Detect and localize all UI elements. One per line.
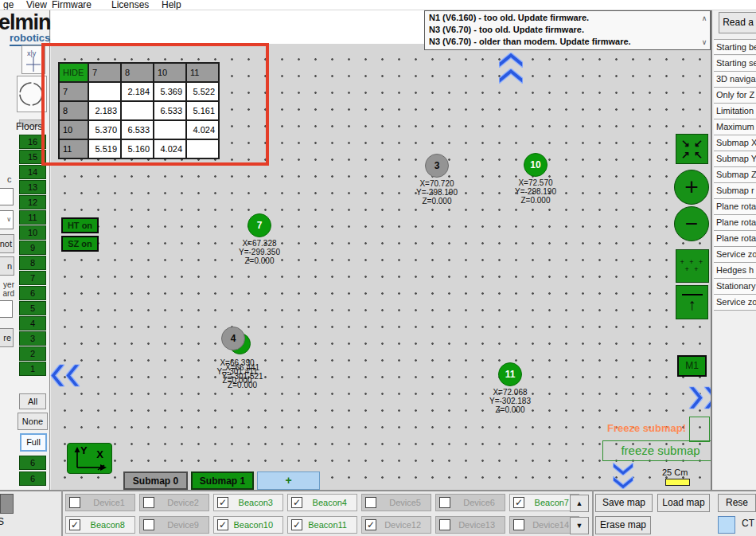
param-row-service-zone-a[interactable]: Service zo bbox=[714, 247, 756, 263]
checkbox[interactable] bbox=[143, 497, 154, 508]
param-row-limitation[interactable]: Limitation bbox=[714, 104, 756, 119]
reset-button[interactable]: Rese bbox=[718, 494, 756, 512]
device-item-beacon8[interactable]: Beacon8 bbox=[65, 516, 135, 534]
warning-scroll-down-icon[interactable] bbox=[699, 37, 709, 47]
zoom-out-button[interactable] bbox=[674, 206, 709, 241]
floor-button-10[interactable]: 10 bbox=[19, 225, 46, 240]
device-item-beacon11[interactable]: Beacon11 bbox=[287, 516, 357, 534]
scatter-points-button[interactable] bbox=[676, 249, 709, 283]
save-map-button[interactable]: Save map bbox=[595, 494, 653, 512]
device-item-beacon3[interactable]: Beacon3 bbox=[213, 494, 283, 511]
freeze-submap-button[interactable]: freeze submap bbox=[602, 440, 719, 461]
load-map-button[interactable]: Load map bbox=[657, 494, 710, 512]
device-item-device14[interactable]: Device14 bbox=[509, 516, 579, 534]
matrix-col-header[interactable]: 7 bbox=[88, 63, 121, 82]
beacon-10-circle[interactable]: 10 bbox=[524, 153, 548, 177]
checkbox[interactable] bbox=[513, 519, 524, 530]
fit-to-view-button[interactable] bbox=[676, 134, 708, 164]
param-row-only-for-z[interactable]: Only for Z bbox=[714, 88, 756, 104]
matrix-row-header[interactable]: 7 bbox=[59, 82, 88, 101]
device-item-beacon10[interactable]: Beacon10 bbox=[213, 516, 283, 534]
pan-left-chevrons-icon[interactable] bbox=[51, 365, 80, 387]
beacon-7[interactable]: 7 X=67.328Y=-299.350Z=0.000 bbox=[216, 213, 303, 265]
checkbox[interactable] bbox=[439, 497, 450, 508]
checkbox[interactable] bbox=[365, 497, 376, 508]
axes-orientation-widget[interactable]: Y X bbox=[67, 443, 112, 474]
matrix-row-header[interactable]: 10 bbox=[59, 120, 88, 139]
device-item-device6[interactable]: Device6 bbox=[435, 494, 505, 511]
ht-on-toggle[interactable]: HT on bbox=[61, 217, 99, 233]
param-row-stationary[interactable]: Stationary bbox=[714, 279, 756, 295]
checkbox[interactable] bbox=[69, 497, 80, 508]
floor-button-15[interactable]: 15 bbox=[19, 150, 46, 164]
param-row-plane-rotation-a[interactable]: Plane rota bbox=[714, 199, 756, 215]
cutoff-dropdown[interactable]: ∨ bbox=[0, 210, 14, 229]
cutoff-text-field-2[interactable] bbox=[0, 300, 13, 318]
device-item-device12[interactable]: Device12 bbox=[361, 516, 431, 534]
checkbox[interactable] bbox=[291, 497, 302, 508]
floor-extra-button-a[interactable]: 6 bbox=[19, 456, 46, 470]
param-row-starting-set[interactable]: Starting se bbox=[714, 56, 756, 72]
matrix-col-header[interactable]: 8 bbox=[121, 63, 154, 82]
param-row-service-zone-b[interactable]: Service zo bbox=[714, 295, 756, 311]
beacon-3-circle[interactable]: 3 bbox=[425, 154, 449, 178]
menu-licenses[interactable]: Licenses bbox=[111, 0, 149, 10]
modem-m1-button[interactable]: M1 bbox=[677, 355, 707, 377]
pan-down-chevrons-icon[interactable] bbox=[613, 463, 633, 489]
beacon-4[interactable]: 4 X=66.390Y=-301.411Z=0.000 X=66.441Y=-3… bbox=[193, 327, 281, 390]
circle-tool-button[interactable] bbox=[17, 76, 47, 112]
add-submap-tab[interactable]: + bbox=[257, 471, 320, 490]
floor-button-1[interactable]: 1 bbox=[19, 362, 46, 376]
checkbox[interactable] bbox=[291, 519, 302, 530]
floors-full-button[interactable]: Full bbox=[20, 433, 47, 452]
sz-on-toggle[interactable]: SZ on bbox=[61, 236, 99, 252]
device-item-beacon7[interactable]: Beacon7 bbox=[509, 494, 579, 511]
matrix-row-header[interactable]: 8 bbox=[59, 101, 88, 120]
device-item-device2[interactable]: Device2 bbox=[139, 494, 209, 511]
floor-button-9[interactable]: 9 bbox=[19, 241, 46, 255]
floor-button-13[interactable]: 13 bbox=[19, 180, 46, 194]
cutoff-text-field[interactable] bbox=[0, 188, 14, 205]
submap-1-tab[interactable]: Submap 1 bbox=[191, 471, 254, 490]
matrix-row-header[interactable]: 11 bbox=[59, 139, 88, 158]
matrix-hide-button[interactable]: HIDE bbox=[59, 63, 88, 82]
floor-button-5[interactable]: 5 bbox=[19, 301, 46, 315]
beacon-3[interactable]: 3 X=70.720Y=-298.190Z=0.000 bbox=[393, 154, 481, 205]
beacon-7-circle[interactable]: 7 bbox=[247, 213, 271, 237]
checkbox[interactable] bbox=[69, 519, 80, 530]
floor-extra-button-b[interactable]: 6 bbox=[19, 471, 46, 486]
floor-button-6[interactable]: 6 bbox=[19, 286, 46, 300]
floors-none-button[interactable]: None bbox=[18, 413, 48, 430]
menu-firmware[interactable]: Firmware bbox=[52, 0, 92, 10]
beacon-10[interactable]: 10 X=72.570Y=-298.190Z=0.000 bbox=[492, 153, 579, 205]
freeze-checkbox-frame[interactable] bbox=[689, 417, 710, 442]
matrix-col-header[interactable]: 10 bbox=[154, 63, 186, 82]
checkbox[interactable] bbox=[217, 497, 228, 508]
param-row-3d-navigation[interactable]: 3D naviga bbox=[714, 72, 756, 88]
menu-view[interactable]: View bbox=[26, 0, 47, 10]
floor-button-16[interactable]: 16 bbox=[19, 135, 46, 149]
checkbox[interactable] bbox=[513, 497, 524, 508]
zoom-in-button[interactable] bbox=[674, 170, 709, 205]
floor-button-11[interactable]: 11 bbox=[19, 210, 46, 225]
checkbox[interactable] bbox=[143, 519, 154, 530]
menu-help[interactable]: Help bbox=[162, 0, 181, 10]
param-row-starting-beacon[interactable]: Starting be bbox=[714, 39, 756, 55]
cutoff-button-not[interactable]: not bbox=[0, 234, 14, 253]
cutoff-button-n[interactable]: n bbox=[0, 256, 14, 276]
param-row-submap-x[interactable]: Submap X bbox=[714, 135, 756, 151]
menu-language[interactable]: ge bbox=[3, 0, 14, 10]
color-swatch[interactable] bbox=[718, 516, 735, 534]
checkbox[interactable] bbox=[217, 519, 228, 530]
warning-scroll-up-icon[interactable] bbox=[699, 14, 709, 23]
floor-button-8[interactable]: 8 bbox=[19, 256, 46, 270]
submap-0-tab[interactable]: Submap 0 bbox=[123, 471, 188, 490]
param-row-submap-z[interactable]: Submap Z bbox=[714, 167, 756, 183]
device-item-beacon4[interactable]: Beacon4 bbox=[287, 494, 357, 511]
device-item-device1[interactable]: Device1 bbox=[65, 494, 135, 511]
device-item-device9[interactable]: Device9 bbox=[139, 516, 209, 534]
floor-button-14[interactable]: 14 bbox=[19, 165, 46, 179]
xy-axes-tool-button[interactable]: x|y bbox=[21, 45, 45, 74]
floor-button-12[interactable]: 12 bbox=[19, 195, 46, 209]
param-row-submap-rotation[interactable]: Submap r bbox=[714, 183, 756, 199]
